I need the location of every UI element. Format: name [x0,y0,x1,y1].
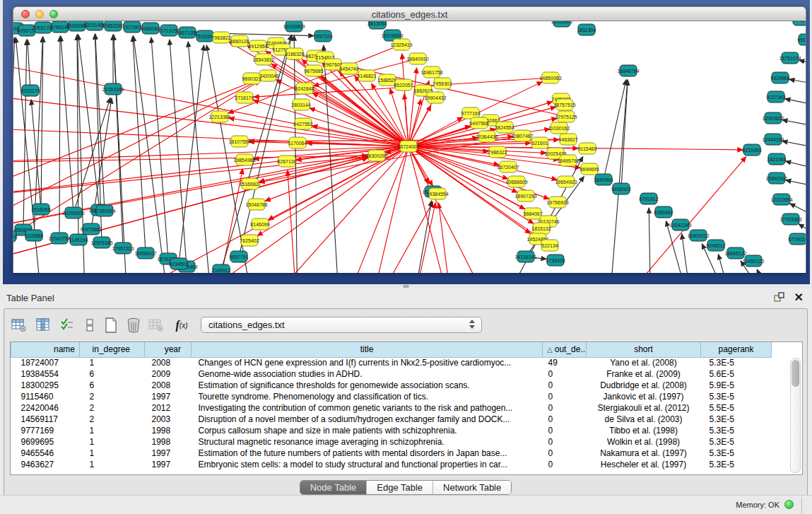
graph-node[interactable]: 14850083 [539,72,561,83]
graph-node[interactable]: 974502 [793,21,806,25]
graph-node[interactable]: 7625402 [240,235,259,246]
table-row[interactable]: 946362711997Embryonic stem cells: a mode… [11,459,772,470]
graph-node[interactable]: 7963822 [211,32,230,43]
table-cell[interactable]: Nakamura et al. (1997) [587,448,701,459]
graph-node[interactable]: 12325419 [390,39,412,50]
graph-node[interactable]: 16904202 [687,230,709,241]
close-panel-icon[interactable]: ✕ [794,291,804,304]
graph-node[interactable]: 9875685 [304,65,323,76]
graph-node[interactable]: 16720407 [497,161,519,173]
table-cell[interactable]: 1998 [145,425,192,436]
graph-node[interactable]: 9329966 [770,72,789,83]
memory-ok-indicator-icon[interactable] [784,500,794,509]
graph-node[interactable]: 9463627 [558,134,577,145]
tab-edge-table[interactable]: Edge Table [366,481,433,494]
table-cell[interactable]: 2008 [145,380,192,391]
graph-node[interactable]: 17975125 [555,111,577,122]
graph-node[interactable]: 17957223 [112,243,134,254]
table-cell[interactable]: Disruption of a novel member of a sodium… [192,414,543,425]
graph-node[interactable]: 9890323 [242,73,261,84]
row-height-button[interactable] [81,316,99,334]
graph-node[interactable]: 19854985 [233,154,255,165]
graph-node[interactable]: 18495798 [557,155,579,166]
graph-node[interactable]: 90975887 [80,223,102,235]
graph-node[interactable]: 7955302 [433,78,452,89]
graph-node[interactable]: 18724007 [397,141,419,152]
table-cell[interactable]: 0 [543,391,587,402]
select-columns-button[interactable] [34,316,52,334]
graph-node[interactable]: 9857791 [229,251,248,262]
table-cell[interactable]: 2012 [145,402,192,414]
column-header-pagerank[interactable]: pagerank [701,342,772,357]
graph-node[interactable]: 1145194 [69,234,88,245]
table-cell[interactable]: 1 [80,436,145,448]
graph-node[interactable]: 8267130 [277,156,296,167]
table-row[interactable]: 1872400712008Changes of HCN gene express… [11,357,772,368]
table-cell[interactable]: 5.6E-5 [701,368,772,380]
table-cell[interactable]: 1 [80,448,145,459]
select-rows-check-button[interactable] [58,316,76,334]
column-header-out_de[interactable]: △out_de... [543,342,587,357]
table-cell[interactable]: 5.3E-5 [701,391,772,402]
graph-node[interactable]: 19654923 [555,176,577,187]
graph-node[interactable]: 12093832 [762,112,784,124]
table-cell[interactable]: 5.3E-5 [701,459,772,470]
function-builder-button[interactable]: f(x) [172,316,191,334]
graph-node[interactable]: 3824554 [495,122,514,133]
table-vertical-scrollbar[interactable] [790,358,801,473]
graph-node[interactable]: 9699695 [579,163,599,175]
graph-node[interactable]: 20206506 [62,207,84,218]
new-table-button[interactable] [102,316,120,334]
table-source-select[interactable]: citations_edges.txt [201,317,482,333]
graph-node[interactable]: 15046786 [245,199,267,210]
table-cell[interactable]: 19384554 [11,368,80,380]
graph-node[interactable]: 21053346 [102,83,124,95]
graph-node[interactable]: 10688609 [505,176,527,187]
table-cell[interactable]: 2 [80,402,145,414]
table-cell[interactable]: Estimation of the future numbers of pati… [192,448,543,459]
column-header-title[interactable]: title [192,342,543,357]
table-cell[interactable]: Hescheler et al. (1997) [587,459,701,470]
table-cell[interactable]: 1998 [145,436,192,448]
table-cell[interactable]: Jankovic et al. (1997) [587,391,701,402]
table-cell[interactable]: 5.3E-5 [701,448,772,459]
table-cell[interactable]: 5.3E-5 [701,425,772,436]
table-cell[interactable]: Investigating the contribution of common… [192,402,543,414]
table-cell[interactable]: 22420046 [11,402,80,414]
table-body[interactable]: 1872400712008Changes of HCN gene express… [11,357,772,470]
graph-node[interactable]: 17359924 [93,205,115,216]
graph-node[interactable]: 8215953 [742,144,761,156]
graph-node[interactable]: 12210654 [770,194,792,205]
table-cell[interactable]: Changes of HCN gene expression and I(f) … [192,357,543,368]
table-cell[interactable]: 1997 [145,459,192,470]
graph-node[interactable]: 10042345 [669,219,691,230]
table-row[interactable]: 911546021997Tourette syndrome. Phenomeno… [11,391,772,402]
graph-node[interactable]: 8522057 [394,79,413,90]
table-cell[interactable]: 1 [80,459,145,470]
table-cell[interactable]: Franke et al. (2009) [587,368,701,380]
graph-node[interactable]: 2345912 [211,264,230,273]
graph-node[interactable]: 9146821 [357,70,376,81]
graph-node[interactable]: 18757515 [553,99,575,110]
table-cell[interactable]: Estimation of significance thresholds fo… [192,380,543,391]
table-cell[interactable]: 9463627 [11,459,80,470]
graph-node[interactable]: 8186328 [285,48,304,59]
table-cell[interactable]: 14569117 [11,414,80,425]
table-row[interactable]: 1938455462009Genome-wide association stu… [11,368,772,380]
graph-node[interactable]: 15692931 [765,173,787,184]
table-settings-button[interactable] [10,316,28,334]
table-cell[interactable]: 6 [80,380,145,391]
graph-node[interactable]: 2053170 [20,85,40,96]
column-header-in_degree[interactable]: in_degree [80,342,145,357]
table-cell[interactable]: 0 [543,368,587,380]
table-cell[interactable]: Stergiakouli et al. (2012) [587,402,701,414]
graph-node[interactable]: 16961758 [420,66,442,78]
graph-node[interactable]: 7986322 [488,146,507,158]
graph-node[interactable]: 19756928 [546,197,568,208]
graph-node[interactable]: 1115688 [25,230,43,241]
graph-node[interactable]: 12505185 [90,237,112,248]
table-cell[interactable]: 2 [80,414,145,425]
graph-node[interactable]: 8283492 [654,206,673,218]
graph-node[interactable]: 19904432 [424,92,446,103]
graph-node[interactable]: 18645122 [724,247,746,259]
